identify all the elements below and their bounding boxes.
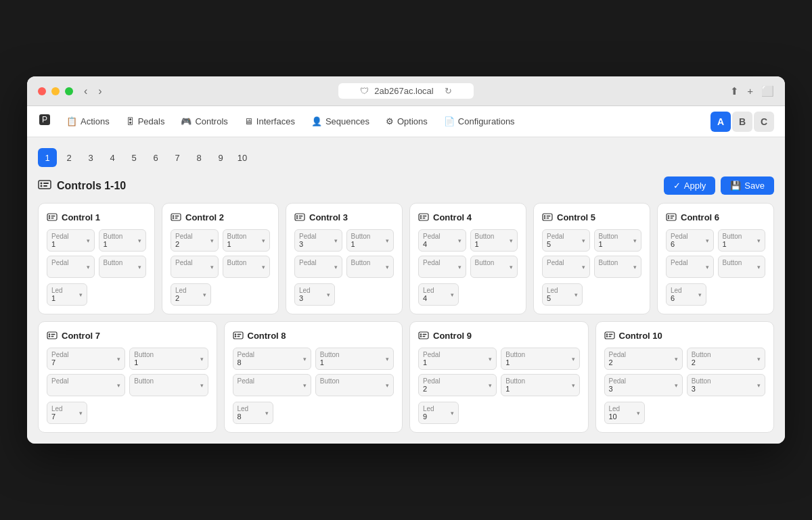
page-9-button[interactable]: 9 (211, 148, 230, 167)
page-8-button[interactable]: 8 (189, 148, 208, 167)
page-6-button[interactable]: 6 (146, 148, 165, 167)
maximize-button[interactable] (65, 87, 73, 95)
tabs-icon[interactable]: ⬜ (761, 85, 774, 97)
control-2-pedal2-select[interactable]: Pedal ▾ (171, 256, 219, 278)
control-9-pedal1-select[interactable]: Pedal1▾ (418, 348, 497, 370)
control-7-led-select[interactable]: Led7▾ (47, 402, 87, 424)
nav-sequences[interactable]: 👤 Sequences (304, 112, 376, 131)
nav-actions[interactable]: 📋 Actions (60, 112, 116, 131)
control-7-button1-select[interactable]: Button1▾ (129, 348, 208, 370)
address-bar[interactable]: 🛡 2ab267ac.local ↻ (338, 83, 474, 99)
nav-interfaces[interactable]: 🖥 Interfaces (238, 112, 302, 131)
control-3-pedal1-select[interactable]: Pedal3▾ (294, 229, 342, 252)
control-6-led-select[interactable]: Led6▾ (666, 283, 706, 306)
control-2-led-select[interactable]: Led2▾ (171, 283, 211, 306)
control-10-pedal1-select[interactable]: Pedal2▾ (604, 348, 683, 370)
control-2-pedal1-select[interactable]: Pedal2▾ (171, 229, 219, 252)
control-10-pedal2-select[interactable]: Pedal3▾ (604, 374, 683, 396)
control-9-led-select[interactable]: Led9▾ (418, 402, 459, 424)
control-8-button2-select[interactable]: Button ▾ (315, 374, 394, 396)
forward-button[interactable]: › (95, 85, 104, 97)
svg-point-24 (420, 217, 422, 218)
page-4-button[interactable]: 4 (103, 148, 122, 167)
nav-options[interactable]: ⚙ Options (379, 112, 434, 131)
control-3-button1-select[interactable]: Button1▾ (346, 229, 394, 252)
control-3-led-select[interactable]: Led3▾ (294, 283, 335, 306)
control-6-pedal1-select[interactable]: Pedal6▾ (666, 229, 714, 252)
control-5-pedal2-select[interactable]: Pedal ▾ (542, 256, 590, 278)
window-controls (38, 87, 73, 95)
page-7-button[interactable]: 7 (168, 148, 187, 167)
close-button[interactable] (38, 87, 46, 95)
svg-rect-50 (423, 334, 427, 335)
control-card-1: Control 1 Pedal1 ▾ Button1 ▾ (38, 203, 155, 314)
control-4-pedal2-select[interactable]: Pedal ▾ (418, 256, 466, 278)
control-6-button1-select[interactable]: Button1▾ (718, 229, 766, 252)
control-9-button1-select[interactable]: Button1▾ (501, 348, 579, 370)
control-4-button1-select[interactable]: Button1▾ (470, 229, 518, 252)
control-1-led-select[interactable]: Led1 ▾ (47, 283, 87, 306)
control-9-pedal2-select[interactable]: Pedal2▾ (418, 374, 497, 396)
svg-point-48 (420, 333, 422, 335)
control-1-pedal2-select[interactable]: Pedal ▾ (47, 256, 95, 278)
control-5-led-select[interactable]: Led5▾ (542, 283, 583, 306)
control-8-led-select[interactable]: Led8▾ (233, 402, 273, 424)
svg-point-33 (668, 215, 669, 216)
save-button[interactable]: 💾 Save (721, 176, 774, 195)
nav-controls[interactable]: 🎮 Controls (174, 112, 234, 131)
page-5-button[interactable]: 5 (125, 148, 143, 167)
control-6-button2-select[interactable]: Button ▾ (718, 256, 766, 278)
interfaces-icon: 🖥 (244, 116, 253, 126)
svg-point-4 (41, 185, 43, 187)
back-button[interactable]: ‹ (81, 85, 90, 97)
control-3-pedal2-select[interactable]: Pedal ▾ (294, 256, 342, 278)
page-2-button[interactable]: 2 (60, 148, 78, 167)
svg-rect-37 (47, 332, 57, 339)
control-10-button2-select[interactable]: Button3▾ (687, 374, 765, 396)
control-2-title: Control 2 (171, 212, 270, 222)
control-4-button2-select[interactable]: Button ▾ (470, 256, 518, 278)
control-card-8: Control 8 Pedal8▾Button1▾ Pedal ▾Button … (224, 321, 403, 433)
control-card-6: Control 6 Pedal6▾Button1▾ Pedal ▾Button … (657, 203, 774, 314)
main-content: 1 2 3 4 5 6 7 8 9 10 (27, 137, 785, 444)
control-2-button2-select[interactable]: Button ▾ (223, 256, 271, 278)
control-4-led-select[interactable]: Led4▾ (418, 283, 459, 306)
control-5-button2-select[interactable]: Button ▾ (594, 256, 642, 278)
svg-point-13 (173, 215, 174, 216)
page-10-button[interactable]: 10 (233, 148, 252, 167)
control-8-pedal1-select[interactable]: Pedal8▾ (233, 348, 311, 370)
control-7-pedal1-select[interactable]: Pedal7▾ (47, 348, 125, 370)
control-8-pedal2-select[interactable]: Pedal ▾ (233, 374, 311, 396)
pagination: 1 2 3 4 5 6 7 8 9 10 (38, 148, 774, 167)
control-10-led-select[interactable]: Led10▾ (604, 402, 645, 424)
control-1-button1-select[interactable]: Button1 ▾ (99, 229, 147, 252)
svg-point-34 (668, 217, 669, 218)
svg-rect-5 (43, 183, 49, 184)
page-1-button[interactable]: 1 (38, 148, 57, 167)
control-10-button1-select[interactable]: Button2▾ (687, 348, 765, 370)
page-3-button[interactable]: 3 (81, 148, 100, 167)
nav-pedals[interactable]: 🎛 Pedals (119, 112, 172, 131)
apply-button[interactable]: ✓ Apply (664, 176, 716, 195)
control-3-button2-select[interactable]: Button ▾ (346, 256, 394, 278)
abc-a-button[interactable]: A (710, 112, 731, 132)
control-7-button2-select[interactable]: Button ▾ (129, 374, 208, 396)
control-7-pedal2-select[interactable]: Pedal ▾ (47, 374, 125, 396)
control-4-pedal1-select[interactable]: Pedal4▾ (418, 229, 466, 252)
abc-b-button[interactable]: B (732, 112, 752, 132)
new-tab-icon[interactable]: + (747, 85, 753, 97)
section-header: Controls 1-10 ✓ Apply 💾 Save (38, 176, 774, 195)
control-1-button2-select[interactable]: Button ▾ (99, 256, 147, 278)
control-1-pedal1-select[interactable]: Pedal1 ▾ (47, 229, 95, 252)
control-2-button1-select[interactable]: Button1▾ (223, 229, 271, 252)
control-8-button1-select[interactable]: Button1▾ (315, 348, 394, 370)
control-5-button1-select[interactable]: Button1▾ (594, 229, 642, 252)
svg-rect-30 (547, 216, 551, 217)
control-9-button2-select[interactable]: Button1▾ (501, 374, 579, 396)
nav-configurations[interactable]: 📄 Configurations (437, 112, 522, 131)
control-5-pedal1-select[interactable]: Pedal5▾ (542, 229, 590, 252)
minimize-button[interactable] (51, 87, 60, 95)
abc-c-button[interactable]: C (754, 112, 774, 132)
share-icon[interactable]: ⬆ (730, 85, 739, 97)
control-6-pedal2-select[interactable]: Pedal ▾ (666, 256, 714, 278)
